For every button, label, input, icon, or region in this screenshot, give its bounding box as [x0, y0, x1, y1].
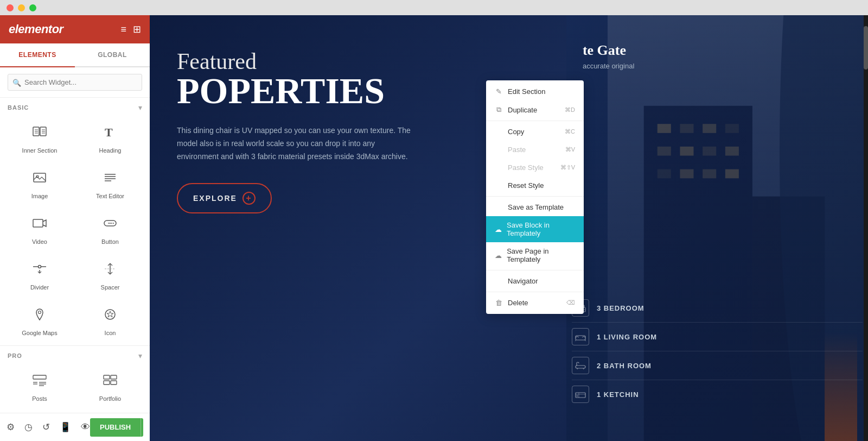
svg-rect-63 — [576, 393, 585, 398]
google-maps-icon — [32, 307, 47, 326]
edit-icon: ✎ — [495, 87, 503, 96]
hamburger-icon[interactable]: ≡ — [120, 24, 126, 35]
svg-text:T: T — [105, 125, 113, 139]
widget-posts[interactable]: Posts — [4, 363, 75, 409]
bath-label: 2 BATH ROOM — [597, 362, 652, 370]
ctx-navigator-left: Navigator — [495, 277, 538, 285]
ctx-reset-style[interactable]: Reset Style — [486, 177, 584, 194]
ctx-copy-shortcut: ⌘C — [565, 128, 575, 135]
bath-icon — [572, 357, 589, 374]
delete-icon: 🗑 — [495, 299, 503, 307]
ctx-save-template-label: Save as Template — [508, 203, 564, 211]
ctx-divider-4 — [486, 292, 584, 292]
undo-icon[interactable]: ↺ — [42, 421, 50, 433]
ctx-reset-style-label: Reset Style — [508, 181, 544, 190]
kitchen-icon — [572, 386, 589, 403]
ctx-delete-shortcut: ⌫ — [566, 299, 575, 306]
search-area: 🔍 — [0, 67, 150, 98]
history-icon[interactable]: ◷ — [24, 421, 33, 433]
ctx-save-block-templately[interactable]: ☁ Save Block in Templately — [486, 216, 584, 242]
sidebar-header-icons: ≡ ⊞ — [120, 23, 141, 35]
widget-image[interactable]: Image — [4, 161, 75, 206]
ctx-save-block-left: ☁ Save Block in Templately — [495, 221, 575, 237]
widget-icon[interactable]: Icon — [75, 298, 145, 343]
svg-point-18 — [113, 223, 114, 224]
widget-heading-label: Heading — [99, 147, 122, 154]
basic-arrow-icon[interactable]: ▾ — [138, 103, 142, 112]
search-wrap: 🔍 — [8, 74, 142, 91]
maximize-button[interactable] — [29, 4, 36, 11]
svg-rect-33 — [104, 375, 110, 379]
widget-inner-section[interactable]: Inner Section — [4, 115, 75, 161]
basic-section-heading: BASIC ▾ — [0, 98, 150, 115]
svg-rect-27 — [33, 375, 46, 379]
gate-subtitle: accurate original — [583, 62, 852, 70]
save-block-icon: ☁ — [495, 225, 502, 234]
ctx-duplicate-label: Duplicate — [508, 106, 537, 114]
kitchen-label: 1 KETCHIN — [597, 390, 639, 399]
divider-icon — [32, 261, 47, 280]
mobile-preview-icon[interactable]: 📱 — [60, 421, 71, 433]
basic-label: BASIC — [8, 104, 29, 111]
ctx-delete[interactable]: 🗑 Delete ⌫ — [486, 294, 584, 312]
close-button[interactable] — [7, 4, 14, 11]
widget-image-label: Image — [31, 193, 48, 199]
heading-icon: T — [103, 124, 118, 143]
eye-icon[interactable]: 👁 — [81, 422, 90, 433]
widget-divider[interactable]: Divider — [4, 252, 75, 298]
ctx-reset-style-left: Reset Style — [495, 181, 544, 190]
sidebar-tabs: ELEMENTS GLOBAL — [0, 43, 150, 67]
ctx-paste-label: Paste — [508, 146, 526, 154]
ctx-save-template-left: Save as Template — [495, 203, 564, 211]
tab-elements[interactable]: ELEMENTS — [0, 43, 75, 67]
ctx-duplicate-shortcut: ⌘D — [565, 106, 575, 114]
settings-icon[interactable]: ⚙ — [7, 421, 15, 433]
ctx-paste-style-label: Paste Style — [508, 163, 544, 172]
ctx-paste-left: Paste — [495, 146, 526, 154]
svg-rect-36 — [111, 381, 117, 385]
ctx-paste[interactable]: Paste ⌘V — [486, 141, 584, 159]
sidebar: elementor ≡ ⊞ ELEMENTS GLOBAL 🔍 BASIC — [0, 15, 150, 441]
ctx-paste-style[interactable]: Paste Style ⌘⇧V — [486, 159, 584, 177]
widget-text-editor[interactable]: Text Editor — [75, 161, 145, 206]
grid-icon[interactable]: ⊞ — [133, 23, 141, 35]
widget-video[interactable]: Video — [4, 206, 75, 252]
spacer-icon — [103, 261, 118, 280]
ctx-save-page-left: ☁ Save Page in Templately — [495, 247, 575, 263]
widget-text-editor-label: Text Editor — [96, 193, 124, 199]
search-input[interactable] — [8, 74, 142, 91]
gate-title: te Gate — [583, 42, 852, 59]
widget-spacer[interactable]: Spacer — [75, 252, 145, 298]
widget-google-maps[interactable]: Google Maps — [4, 298, 75, 343]
ctx-edit-section-left: ✎ Edit Section — [495, 87, 545, 96]
explore-button[interactable]: EXPLORE + — [177, 183, 272, 213]
ctx-save-template[interactable]: Save as Template — [486, 198, 584, 216]
widget-heading[interactable]: T Heading — [75, 115, 145, 161]
svg-point-25 — [39, 311, 41, 314]
ctx-save-page-templately[interactable]: ☁ Save Page in Templately — [486, 242, 584, 268]
ctx-duplicate-left: ⧉ Duplicate — [495, 105, 537, 114]
canvas-area[interactable]: Featured POPERTIES This dining chair is … — [150, 15, 868, 441]
ctx-divider-3 — [486, 270, 584, 270]
explore-plus-icon: + — [242, 192, 256, 205]
widget-divider-label: Divider — [30, 284, 49, 291]
tab-global[interactable]: GLOBAL — [75, 43, 150, 66]
widget-portfolio[interactable]: Portfolio — [75, 363, 145, 409]
ctx-edit-section[interactable]: ✎ Edit Section — [486, 83, 584, 100]
ctx-paste-style-shortcut: ⌘⇧V — [560, 164, 575, 171]
widget-grid-basic: Inner Section T Heading — [0, 115, 150, 343]
ctx-delete-label: Delete — [508, 299, 528, 307]
app-container: elementor ≡ ⊞ ELEMENTS GLOBAL 🔍 BASIC — [0, 0, 868, 441]
ctx-copy[interactable]: Copy ⌘C — [486, 123, 584, 141]
bedroom-label: 3 BEDROOM — [597, 304, 644, 312]
ctx-navigator[interactable]: Navigator — [486, 272, 584, 290]
publish-arrow-icon[interactable]: ▲ — [141, 418, 143, 437]
widget-video-label: Video — [32, 238, 47, 245]
pro-arrow-icon[interactable]: ▾ — [138, 351, 142, 360]
ctx-duplicate[interactable]: ⧉ Duplicate ⌘D — [486, 100, 584, 119]
widget-button[interactable]: Button — [75, 206, 145, 252]
publish-button[interactable]: PUBLISH ▲ — [90, 418, 143, 437]
feature-bedroom: 3 BEDROOM — [572, 294, 863, 323]
minimize-button[interactable] — [18, 4, 25, 11]
svg-point-20 — [39, 266, 41, 268]
